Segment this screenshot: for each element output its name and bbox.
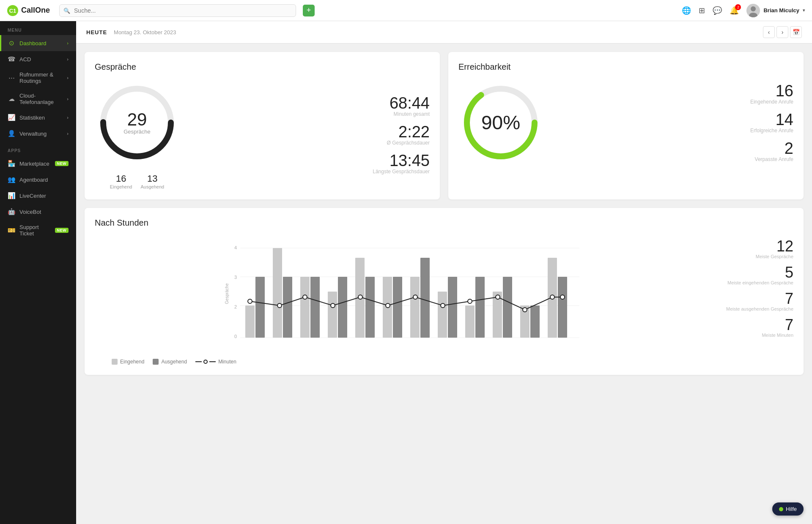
avg-duration-lbl: Ø Gesprächsdauer <box>373 140 430 146</box>
svg-text:Gespräche: Gespräche <box>225 283 229 304</box>
sidebar-item-livecenter[interactable]: 📊 LiveCenter <box>0 188 76 204</box>
svg-text:2: 2 <box>234 304 237 309</box>
dashboard-icon: ⊙ <box>8 39 15 47</box>
meiste-eingehend-num: 5 <box>717 265 793 280</box>
topbar-right: 🌐 ⊞ 💬 🔔 2 Brian Miculcy ▾ <box>682 4 805 17</box>
date-calendar-button[interactable]: 📅 <box>790 26 802 38</box>
sidebar-label-voicebot: VoiceBot <box>19 209 41 215</box>
sidebar: MENU ⊙ Dashboard › ☎ ACD › ⋯ Rufnummer &… <box>0 21 76 524</box>
sidebar-label-cloud: Cloud-Telefonanlage <box>19 93 63 105</box>
apps-section-label: APPS <box>0 142 76 156</box>
content: HEUTE Montag 23. Oktober 2023 ‹ › 📅 Gesp… <box>76 21 812 524</box>
grid-icon[interactable]: ⊞ <box>699 6 705 15</box>
sidebar-item-voicebot[interactable]: 🤖 VoiceBot <box>0 204 76 220</box>
sidebar-label-statistiken: Statistiken <box>19 115 45 121</box>
dashboard-chevron-icon: › <box>67 41 69 46</box>
chart-main: 4 3 2 0 Gespräche <box>95 235 717 365</box>
sidebar-item-rufnummer[interactable]: ⋯ Rufnummer & Routings › <box>0 67 76 88</box>
svg-text:0: 0 <box>234 334 237 339</box>
eingehend-anrufe-num: 16 <box>750 83 793 99</box>
eingehend-num: 16 <box>110 173 132 184</box>
sidebar-item-agentboard[interactable]: 👥 Agentboard <box>0 172 76 188</box>
rufnummer-chevron-icon: › <box>67 75 69 80</box>
sidebar-item-verwaltung[interactable]: 👤 Verwaltung › <box>0 126 76 142</box>
svg-rect-18 <box>255 277 265 338</box>
user-menu[interactable]: Brian Miculcy ▾ <box>746 4 805 17</box>
meiste-gesprache-stat: 12 Meiste Gespräche <box>717 239 793 259</box>
sidebar-item-statistiken[interactable]: 📈 Statistiken › <box>0 109 76 126</box>
eingehend-anrufe-stat: 16 Eingehende Anrufe <box>750 83 793 105</box>
date-prev-button[interactable]: ‹ <box>763 26 775 38</box>
sidebar-item-acd[interactable]: ☎ ACD › <box>0 51 76 67</box>
search-wrap: 🔍 <box>59 4 296 17</box>
user-name: Brian Miculcy <box>763 7 799 14</box>
sidebar-item-cloud[interactable]: ☁ Cloud-Telefonanlage › <box>0 88 76 109</box>
avatar <box>746 4 760 17</box>
gesprache-body: 29 Gespräche 16 Eingehend 13 <box>95 80 430 189</box>
svg-point-51 <box>523 308 527 312</box>
legend-minuten-label: Minuten <box>218 359 236 365</box>
svg-rect-38 <box>530 306 540 338</box>
erreichbarkeit-body: 90% 16 Eingehende Anrufe 14 Erfolgreiche… <box>458 80 793 165</box>
svg-rect-19 <box>273 248 282 338</box>
acd-chevron-icon: › <box>67 57 69 62</box>
chat-icon[interactable]: 💬 <box>713 6 722 15</box>
erfolgreich-num: 14 <box>750 112 793 128</box>
hilfe-dot <box>779 507 783 511</box>
marketplace-icon: 🏪 <box>8 160 15 167</box>
sidebar-label-agentboard: Agentboard <box>19 177 48 183</box>
top-row: Gespräche 29 <box>85 52 804 199</box>
notification-icon[interactable]: 🔔 2 <box>730 6 739 15</box>
avg-duration-num: 2:22 <box>373 124 430 140</box>
erreichbarkeit-donut: 90% <box>458 80 543 165</box>
ausgehend-sub: 13 Ausgehend <box>140 173 164 189</box>
scroll-area: Gespräche 29 <box>76 44 812 524</box>
statistiken-chevron-icon: › <box>67 115 69 120</box>
svg-rect-22 <box>310 277 320 338</box>
svg-point-46 <box>386 303 390 308</box>
chart-legend: Eingehend Ausgehend <box>95 359 717 365</box>
logo: C1 CallOne <box>7 5 50 16</box>
sidebar-item-support[interactable]: 🎫 Support Ticket NEW <box>0 220 76 241</box>
verwaltung-icon: 👤 <box>8 130 15 137</box>
legend-eingehend: Eingehend <box>112 359 144 365</box>
svg-rect-34 <box>475 277 485 338</box>
statistiken-icon: 📈 <box>8 114 15 121</box>
user-chevron-icon: ▾ <box>803 8 805 13</box>
hilfe-button[interactable]: Hilfe <box>772 502 804 516</box>
svg-rect-20 <box>283 277 292 338</box>
sidebar-item-marketplace[interactable]: 🏪 Marketplace NEW <box>0 156 76 172</box>
date-next-button[interactable]: › <box>776 26 788 38</box>
gesprache-sub: 16 Eingehend 13 Ausgehend <box>110 173 164 189</box>
svg-text:C1: C1 <box>9 8 16 14</box>
svg-text:4: 4 <box>234 245 237 250</box>
ausgehend-lbl: Ausgehend <box>140 184 164 189</box>
meiste-gesprache-num: 12 <box>717 239 793 254</box>
meiste-eingehend-stat: 5 Meiste eingehenden Gespräche <box>717 265 793 285</box>
svg-point-41 <box>248 299 252 303</box>
svg-point-42 <box>277 303 282 308</box>
erfolgreich-stat: 14 Erfolgreiche Anrufe <box>750 112 793 134</box>
svg-rect-40 <box>558 277 567 338</box>
svg-point-48 <box>441 303 445 308</box>
longest-num: 13:45 <box>373 153 430 169</box>
svg-rect-24 <box>338 277 347 338</box>
notification-badge: 2 <box>735 4 741 10</box>
eingehend-anrufe-lbl: Eingehende Anrufe <box>750 99 793 105</box>
erreichbarkeit-card: Erreichbarkeit 90% <box>448 52 804 199</box>
add-button[interactable]: + <box>303 5 315 16</box>
legend-minuten-dash <box>195 361 202 362</box>
svg-point-2 <box>751 6 756 11</box>
svg-point-52 <box>550 295 554 299</box>
sidebar-item-dashboard[interactable]: ⊙ Dashboard › <box>0 35 76 51</box>
svg-rect-36 <box>503 277 512 338</box>
svg-rect-33 <box>465 306 475 338</box>
sidebar-label-livecenter: LiveCenter <box>19 193 46 199</box>
erreichbarkeit-stats: 16 Eingehende Anrufe 14 Erfolgreiche Anr… <box>750 83 793 162</box>
globe-icon[interactable]: 🌐 <box>682 6 691 15</box>
svg-rect-32 <box>448 277 457 338</box>
erreichbarkeit-center: 90% <box>481 111 520 134</box>
search-input[interactable] <box>59 4 296 17</box>
erfolgreich-lbl: Erfolgreiche Anrufe <box>750 128 793 134</box>
gesprache-stats: 68:44 Minuten gesamt 2:22 Ø Gesprächsdau… <box>373 95 430 175</box>
